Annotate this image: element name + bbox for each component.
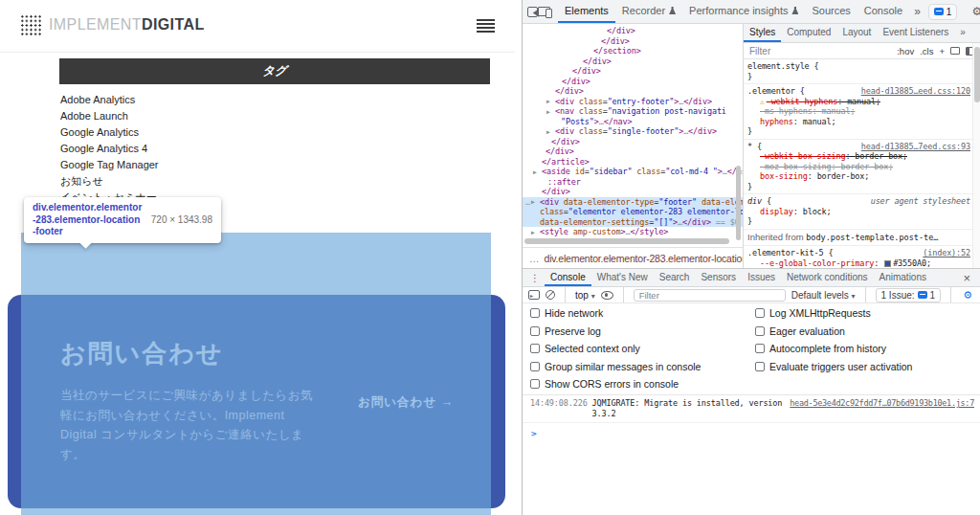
css-property[interactable]: -webkit-box-sizing: border-box; (747, 151, 969, 162)
menu-item[interactable]: Adobe Analytics (60, 92, 159, 108)
expand-arrow-icon[interactable]: ▶ (546, 97, 550, 106)
css-property-value[interactable]: border-box (817, 171, 865, 181)
stylesheet-link[interactable]: head-d13885…7eed.css:93 (861, 142, 970, 152)
expand-arrow-icon[interactable]: ▶ (533, 168, 537, 177)
live-expression-eye-icon[interactable] (601, 291, 613, 300)
dom-tree-line[interactable]: data-elementor-settings="[]">…</div> == … (523, 217, 743, 228)
gutter-dots-icon[interactable]: … (525, 197, 530, 208)
css-property-name[interactable]: box-sizing (760, 171, 808, 181)
console-setting-evaluate-triggers-user-activation[interactable]: Evaluate triggers user activation (755, 361, 912, 372)
console-setting-autocomplete-from-history[interactable]: Autocomplete from history (755, 343, 886, 354)
console-setting-selected-context-only[interactable]: Selected context only (530, 343, 640, 354)
css-property-value[interactable]: #3550A0 (893, 258, 926, 268)
settings-gear-icon[interactable]: ⚙ (968, 5, 980, 18)
styles-scrollbar-thumb[interactable] (974, 47, 980, 102)
console-setting-group-similar-messages-in-console[interactable]: Group similar messages in console (530, 361, 701, 372)
checkbox-unchecked[interactable] (530, 379, 540, 389)
console-settings-gear-icon[interactable]: ⚙ (961, 289, 974, 302)
dom-tree-line[interactable]: </div> (523, 36, 743, 47)
css-property-name[interactable]: --e-global-color-primary (760, 258, 874, 268)
css-property-value[interactable]: border-box (855, 151, 902, 161)
drawer-tab-what-s-new[interactable]: What's New (591, 269, 654, 286)
css-property-name[interactable]: -moz-box-sizing (760, 162, 832, 171)
color-swatch[interactable] (884, 260, 891, 267)
drawer-tab-issues[interactable]: Issues (742, 269, 781, 286)
checkbox-unchecked[interactable] (755, 308, 765, 318)
css-property-name[interactable]: -ms-hyphens (760, 106, 813, 116)
styles-filter-input[interactable] (749, 46, 826, 56)
close-drawer-icon[interactable]: × (956, 271, 977, 285)
sidebar-tab-event-listeners[interactable]: Event Listeners (877, 24, 954, 42)
css-property-name[interactable]: -webkit-box-sizing (760, 151, 845, 161)
console-sidebar-toggle-icon[interactable]: ▸ (528, 290, 540, 300)
menu-item[interactable]: Google Analytics (60, 124, 159, 141)
drawer-tab-search[interactable]: Search (654, 269, 696, 286)
sidebar-tab-styles[interactable]: Styles (744, 24, 781, 42)
menu-item[interactable]: Adobe Launch (60, 108, 159, 124)
elements-vscrollbar-thumb[interactable] (736, 166, 741, 240)
stylesheet-link[interactable]: (index):52 (923, 248, 970, 258)
css-property[interactable]: -moz-box-sizing: border-box; (747, 162, 969, 172)
toggle-hover-state-button[interactable]: :hov (897, 46, 914, 56)
dom-tree-line[interactable]: ::after (523, 177, 743, 188)
css-property[interactable]: box-sizing: border-box; (747, 171, 969, 182)
dom-tree-line[interactable]: ▶<nav class="navigation post-navigati (523, 106, 743, 117)
clear-console-icon[interactable] (546, 290, 555, 300)
css-property[interactable]: -ms-hyphens: manual; (747, 106, 969, 117)
rendering-emulation-icon[interactable] (950, 47, 960, 55)
css-selector[interactable]: .elementor (747, 86, 795, 96)
dom-tree-line[interactable]: </div> (523, 56, 743, 67)
tab-performance-insights[interactable]: Performance insights (682, 0, 805, 23)
dom-tree-line[interactable]: </article> (523, 157, 743, 168)
console-setting-hide-network[interactable]: Hide network (530, 307, 603, 319)
drawer-kebab-icon[interactable]: ⋮ (525, 273, 545, 283)
dom-tree-line[interactable]: ▶<aside id="sidebar" class="col-md-4 ">…… (523, 167, 743, 177)
dom-tree-line[interactable]: </div> (523, 86, 743, 97)
toggle-class-button[interactable]: .cls (920, 46, 933, 56)
site-logo[interactable]: IMPLEMENTDIGITAL (19, 13, 205, 35)
dom-tree-line[interactable]: ▶<div class="entry-footer">…</div> (523, 97, 743, 107)
inherited-from-node[interactable]: body.post-template.post-te… (806, 233, 938, 242)
checkbox-unchecked[interactable] (755, 344, 765, 353)
expand-arrow-icon[interactable]: ▶ (531, 228, 535, 237)
css-property-value[interactable]: border-box (840, 162, 888, 171)
dom-tree-line[interactable]: </div> (523, 187, 743, 197)
expand-arrow-icon[interactable]: ▶ (531, 197, 535, 207)
checkbox-unchecked[interactable] (530, 308, 540, 318)
css-property-name[interactable]: -webkit-hyphens (767, 97, 838, 106)
log-source-link[interactable]: head-5e3e4d2c92fdd7f…07b6d9193b10e1.js:7 (790, 398, 974, 409)
drawer-tab-animations[interactable]: Animations (874, 269, 932, 286)
dom-tree-line[interactable]: </div> (523, 137, 743, 147)
tab-recorder[interactable]: Recorder (615, 0, 682, 23)
inspect-element-icon[interactable] (527, 2, 538, 21)
css-property[interactable]: ⚠-webkit-hyphens: manual; (747, 97, 969, 107)
log-levels-dropdown[interactable]: Default levels ▾ (791, 290, 856, 301)
css-rule[interactable]: element.style {} (744, 59, 972, 84)
css-rule[interactable]: .elementor-kit-5 {(index):52--e-global-c… (744, 246, 972, 268)
css-selector[interactable]: * (747, 142, 752, 151)
drawer-tab-network-conditions[interactable]: Network conditions (781, 269, 873, 286)
dom-tree-line[interactable]: </div> (523, 77, 743, 87)
console-issues-button[interactable]: 1 Issue: 1 (876, 288, 942, 302)
console-setting-show-cors-errors-in-console[interactable]: Show CORS errors in console (530, 378, 679, 390)
css-selector[interactable]: div (747, 196, 762, 206)
menu-item[interactable]: Google Analytics 4 (60, 141, 159, 157)
dom-tree-line[interactable]: …▶<div data-elementor-type="footer" data… (523, 197, 743, 208)
expand-arrow-icon[interactable]: ▶ (546, 127, 550, 137)
css-property-value[interactable]: manual (803, 117, 832, 126)
dom-tree-line[interactable]: "Posts">…</nav> (523, 117, 743, 127)
tab-sources[interactable]: Sources (805, 0, 857, 23)
breadcrumb-ellipsis[interactable]: … (524, 253, 545, 264)
console-setting-log-xmlhttprequests[interactable]: Log XMLHttpRequests (755, 307, 871, 319)
tab-console[interactable]: Console (858, 0, 909, 23)
checkbox-unchecked[interactable] (530, 326, 540, 336)
new-style-rule-button[interactable]: + (939, 46, 945, 56)
sidebar-tab-layout[interactable]: Layout (836, 24, 877, 42)
console-filter-input[interactable] (634, 289, 786, 302)
css-property[interactable]: hyphens: manual; (747, 117, 969, 127)
css-rule[interactable]: div {user agent stylesheetdisplay: block… (744, 194, 972, 230)
menu-item[interactable]: お知らせ (60, 173, 159, 190)
checkbox-unchecked[interactable] (530, 362, 540, 371)
css-property-value[interactable]: manual (847, 97, 876, 106)
stylesheet-link[interactable]: user agent stylesheet (871, 196, 970, 207)
